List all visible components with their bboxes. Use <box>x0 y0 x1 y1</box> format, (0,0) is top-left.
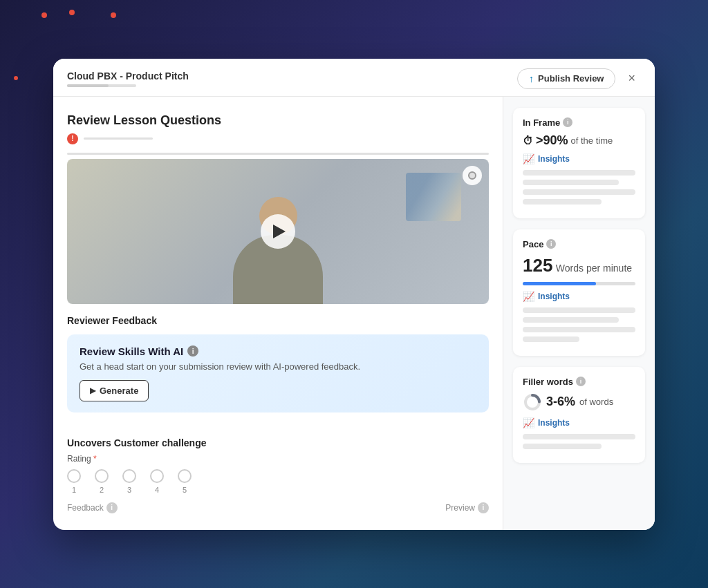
rating-option-5[interactable]: 5 <box>178 469 192 494</box>
video-background <box>67 159 489 304</box>
pace-skeleton-3 <box>523 327 635 332</box>
play-button[interactable] <box>261 214 295 249</box>
publish-button[interactable]: ↑ Publish Review <box>517 68 615 89</box>
generate-button-label: Generate <box>100 386 138 396</box>
reviewer-feedback-label: Reviewer Feedback <box>67 315 489 326</box>
pace-bar-container <box>523 282 635 285</box>
in-frame-info-icon: i <box>563 117 572 127</box>
rating-num-5: 5 <box>183 486 187 494</box>
pace-insights-label[interactable]: 📈 Insights <box>523 291 635 302</box>
in-frame-title-text: In Frame <box>523 117 560 128</box>
ai-review-banner: Review Skills With AI i Get a head start… <box>67 334 489 412</box>
radio-3[interactable] <box>122 469 136 483</box>
rating-num-4: 4 <box>155 486 159 494</box>
close-icon: × <box>628 71 635 85</box>
play-icon <box>273 225 286 238</box>
rating-num-1: 1 <box>72 486 76 494</box>
video-container[interactable] <box>67 159 489 304</box>
filler-info-icon: i <box>576 377 586 386</box>
pace-value-container: 125 Words per minute <box>523 255 635 276</box>
decorative-dot-3 <box>111 12 116 18</box>
skeleton-line-1 <box>523 170 635 176</box>
modal-title: Cloud PBX - Product Pitch <box>67 70 189 82</box>
preview-label: Preview i <box>445 502 489 513</box>
rating-option-4[interactable]: 4 <box>150 469 164 494</box>
radio-1[interactable] <box>67 469 81 483</box>
rating-option-1[interactable]: 1 <box>67 469 81 494</box>
wall-art-decoration <box>406 173 461 221</box>
in-frame-insights-label[interactable]: 📈 Insights <box>523 153 635 164</box>
video-progress-bar <box>67 153 489 155</box>
header-left: Cloud PBX - Product Pitch <box>67 70 189 87</box>
hourglass-icon: ⏱ <box>523 135 533 146</box>
play-small-icon: ▶ <box>90 386 95 395</box>
person-silhouette <box>233 197 323 304</box>
in-frame-card: In Frame i ⏱ >90% of the time 📈 Insights <box>513 108 645 218</box>
chart-icon-1: 📈 <box>523 153 534 164</box>
header-actions: ↑ Publish Review × <box>517 68 641 89</box>
feedback-label: Feedback i <box>67 502 118 513</box>
rating-option-2[interactable]: 2 <box>95 469 109 494</box>
record-indicator <box>463 166 482 185</box>
pace-skeleton-4 <box>523 336 579 342</box>
pace-title-text: Pace <box>523 239 543 249</box>
radio-4[interactable] <box>150 469 164 483</box>
info-icon: i <box>187 345 198 357</box>
feedback-info-icon: i <box>106 502 118 513</box>
skeleton-line-3 <box>523 189 635 195</box>
in-frame-suffix: of the time <box>571 135 613 146</box>
skeleton-line-4 <box>523 199 602 205</box>
progress-bar-container <box>67 84 136 87</box>
modal-body: Review Lesson Questions ! <box>53 97 655 530</box>
pace-title: Pace i <box>523 239 635 249</box>
modal-header: Cloud PBX - Product Pitch ↑ Publish Revi… <box>53 59 655 97</box>
ai-title-text: Review Skills With AI <box>80 345 183 357</box>
error-indicator: ! <box>67 133 489 144</box>
filler-donut-chart <box>523 392 542 412</box>
rating-label: Rating * <box>67 454 489 464</box>
decorative-dot-2 <box>69 10 75 15</box>
record-dot <box>468 171 476 180</box>
filler-title-text: Filler words <box>523 377 573 387</box>
error-icon: ! <box>67 133 78 144</box>
upload-icon: ↑ <box>529 73 534 84</box>
filler-number: 3-6% <box>546 395 575 409</box>
in-frame-title: In Frame i <box>523 117 635 128</box>
right-panel: In Frame i ⏱ >90% of the time 📈 Insights <box>503 97 655 530</box>
pace-insights-text: Insights <box>538 292 570 301</box>
generate-button[interactable]: ▶ Generate <box>80 380 149 401</box>
rating-option-3[interactable]: 3 <box>122 469 136 494</box>
feedback-preview-row: Feedback i Preview i <box>67 502 489 513</box>
rating-stars[interactable]: 1 2 3 4 5 <box>67 469 489 494</box>
main-modal: Cloud PBX - Product Pitch ↑ Publish Revi… <box>53 59 655 530</box>
pace-card: Pace i 125 Words per minute 📈 Insights <box>513 229 645 356</box>
pace-unit: Words per minute <box>556 263 632 274</box>
rating-label-text: Rating <box>67 454 91 464</box>
filler-insights-label[interactable]: 📈 Insights <box>523 417 635 428</box>
publish-button-label: Publish Review <box>538 73 604 84</box>
pace-bar-fill <box>523 282 596 285</box>
ai-banner-title: Review Skills With AI i <box>80 345 476 357</box>
radio-5[interactable] <box>178 469 192 483</box>
chart-icon-2: 📈 <box>523 291 534 302</box>
ai-banner-description: Get a head start on your submission revi… <box>80 361 476 372</box>
error-line <box>84 137 153 140</box>
filler-suffix: of words <box>579 397 613 407</box>
feedback-label-text: Feedback <box>67 503 104 513</box>
filler-skeleton-1 <box>523 434 635 439</box>
section-title: Review Lesson Questions <box>67 113 489 128</box>
pace-number: 125 <box>523 255 552 276</box>
in-frame-number: >90% <box>536 133 568 148</box>
pace-skeleton-1 <box>523 307 635 313</box>
chart-icon-3: 📈 <box>523 417 534 428</box>
in-frame-value: ⏱ >90% of the time <box>523 133 635 148</box>
rating-section: Uncovers Customer challenge Rating * 1 2 <box>67 426 489 513</box>
challenge-title: Uncovers Customer challenge <box>67 437 489 448</box>
radio-2[interactable] <box>95 469 109 483</box>
in-frame-insights-text: Insights <box>538 154 570 164</box>
rating-num-3: 3 <box>127 486 131 494</box>
decorative-dot-4 <box>14 76 18 80</box>
close-button[interactable]: × <box>622 68 641 88</box>
filler-skeleton-2 <box>523 444 602 449</box>
preview-label-text: Preview <box>445 503 475 513</box>
